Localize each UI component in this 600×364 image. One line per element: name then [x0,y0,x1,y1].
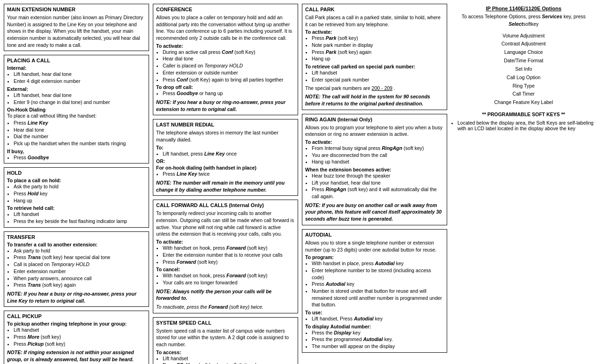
section-conference: CONFERENCE Allows you to place a caller … [153,4,298,115]
system-speed-call-title: SYSTEM SPEED CALL [156,320,295,326]
ad-display-list: Press the Display key Press the programm… [312,329,444,350]
list-item: Lift your handset, hear dial tone [312,179,444,186]
list-item: Lift handset, hear dial tone [14,92,146,99]
cf-activate-label: To activate: [156,239,295,245]
list-item: Press Park (soft key) again [312,49,444,56]
call-park-title: CALL PARK [305,7,444,12]
section-main-extension: MAIN EXTENSION NUMBER Your main extensio… [4,4,149,51]
main-extension-body: Your main extension number (also known a… [7,14,146,48]
external-label: External: [7,86,146,92]
list-item: Enter extension number [14,268,146,275]
list-item: Lift handset [312,69,444,76]
cf-activate-list: With handset on hook, press Forward (sof… [163,245,295,265]
cf-cancel-list: With handset on hook, press Forward (sof… [163,272,295,286]
list-item: Press Line Key twice [163,171,295,178]
option-item: Set Info [453,65,594,74]
section-hold: HOLD To place a call on hold: Ask the pa… [4,167,149,227]
column-3: CALL PARK Call Park places a call in a p… [302,4,447,364]
cf-note1: NOTE: Always notify the person your call… [156,288,295,302]
option-item: Language Choice [453,48,594,57]
list-item: Lift handset [14,211,146,218]
list-item: Press the key beside the fast flashing i… [14,218,146,225]
ifbusy-list: Press Goodbye [14,154,146,161]
list-item: With handset in place, press Autodial ke… [312,260,444,267]
onhook-body: To place a call without lifting the hand… [7,112,146,119]
ad-use-list: Lift handset, Press Autodial key [312,315,444,322]
ra-note: NOTE: If you are busy on another call or… [305,202,444,223]
option-item: Volume Adjustment [453,32,594,40]
list-item: Caller is placed on Temporary HOLD [163,62,295,69]
lnr-body: The telephone always stores in memory th… [156,129,295,143]
ip-title: IP Phone 1140E/1120E Options [453,6,594,11]
column-4: IP Phone 1140E/1120E Options To access T… [451,4,596,364]
list-item: Lift handset, press Line Key once [163,150,295,157]
list-item: Hear buzz tone through the speaker [312,172,444,179]
column-2: CONFERENCE Allows you to place a caller … [153,4,298,364]
conf-drop-label: To drop off call: [156,84,295,90]
placing-call-title: PLACING A CALL [7,58,146,63]
list-item: With handset on hook, press Forward (sof… [163,272,295,279]
list-item: Lift handset [14,327,146,334]
ifbusy-label: If busy, [7,149,146,154]
lnr-or-label: OR: [156,158,295,164]
conf-activate-list: During an active call press Conf (soft K… [163,49,295,83]
cp-activate-label: To activate: [305,29,444,35]
list-item: Number is stored under that button for r… [312,288,444,308]
list-item: Press Goodbye or hang up [163,90,295,97]
ssc-body: System speed call is a master list of ca… [156,327,295,348]
section-last-number-redial: LAST NUMBER REDIAL The telephone always … [153,119,298,196]
column-1: MAIN EXTENSION NUMBER Your main extensio… [4,4,149,364]
transfer-note: NOTE: If you hear a busy or ring-no-answ… [7,290,146,304]
list-item: Hang up [312,55,444,62]
conf-activate-label: To activate: [156,43,295,49]
call-pickup-note: NOTE: If ringing extension is not within… [7,349,146,363]
ra-becomes-label: When the extension becomes active: [305,167,444,172]
list-item: Your calls are no longer forwarded [163,279,295,286]
list-item: Enter telephone number to be stored (inc… [312,267,444,281]
list-item: Press the Display key [312,329,444,336]
lnr-for-list: Press Line Key twice [163,171,295,178]
ad-use-label: To use: [305,310,444,315]
list-item: Press More (soft key) [14,334,146,341]
hold-place-label: To place a call on hold: [7,178,146,183]
list-item: Lift handset [163,355,295,362]
list-item: When party answers, announce call [14,275,146,282]
options-list: Volume Adjustment Contrast Adjustment La… [453,32,594,107]
list-item: Press the programmed Autodial key. [312,336,444,343]
list-item: Press Conf (soft Key) again to bring all… [163,76,295,83]
list-item: Located below the display area, the Soft… [458,120,594,131]
list-item: Ask party to hold [14,247,146,254]
hold-place-list: Ask the party to hold Press Hold key Han… [14,183,146,204]
ad-display-label: To display Autodial number: [305,324,444,329]
list-item: Pick up the handset when the number star… [14,140,146,147]
list-item: Enter extension or outside number [163,69,295,76]
transfer-title: TRANSFER [7,234,146,240]
ssc-access-label: To access: [156,349,295,355]
ip-body: To access Telephone Options, press Servi… [453,13,594,28]
soft-keys-list: Located below the display area, the Soft… [458,120,594,131]
internal-label: Internal: [7,65,146,71]
list-item: Press RingAgn (soft key) and it will aut… [312,186,444,200]
autodial-title: AUTODIAL [305,232,444,238]
cp-body: Call Park places a call in a parked stat… [305,14,444,28]
list-item: Hang up handset [312,158,444,165]
hold-retrieve-label: To retrieve held call: [7,205,146,211]
onhook-list: Press Line Key Hear dial tone Dial the n… [14,119,146,147]
list-item: Note park number in display [312,42,444,49]
list-item: Hang up [14,197,146,204]
cp-activate-list: Press Park (soft key) Note park number i… [312,35,444,62]
lnr-for-label: For on-hook dialing (with handset in pla… [156,165,295,171]
cf-cancel-label: To cancel: [156,267,295,272]
ad-program-list: With handset in place, press Autodial ke… [312,260,444,308]
option-item: Contrast Adjustment [453,40,594,48]
hold-retrieve-list: Lift handset Press the key beside the fa… [14,211,146,224]
section-transfer: TRANSFER To transfer a call to another e… [4,231,149,307]
ra-activate-label: To activate: [305,139,444,145]
section-call-pickup: CALL PICKUP To pickup another ringing te… [4,311,149,364]
list-item: Press Line Key [14,119,146,126]
list-item: Enter special park number [312,76,444,83]
conference-note: NOTE: If you hear a busy or ring-no-answ… [156,99,295,112]
list-item: Lift handset, Press Autodial key [312,315,444,322]
list-item: Hear dial tone [14,126,146,134]
call-forward-title: CALL FORWARD ALL CALLS (Internal Only) [156,202,295,208]
